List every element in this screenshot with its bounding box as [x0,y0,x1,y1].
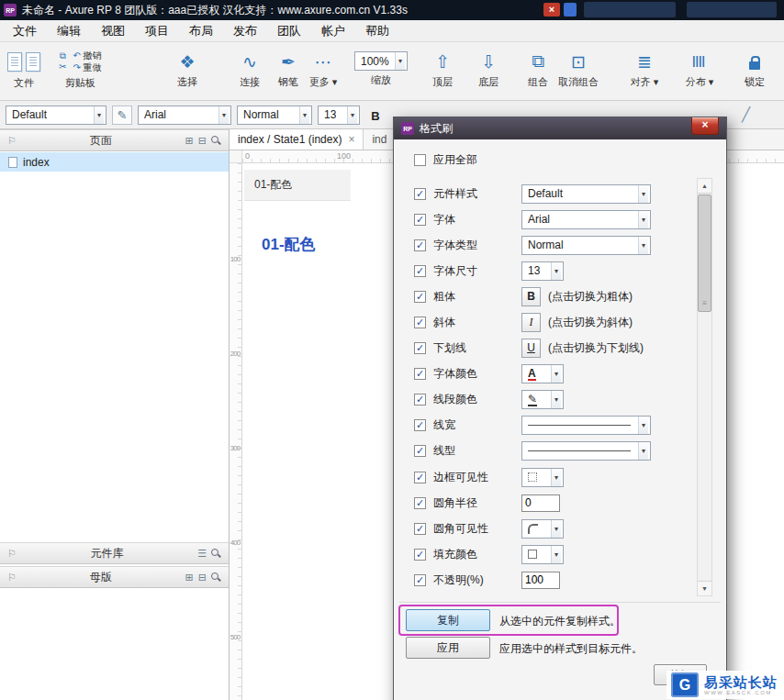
menu-发布[interactable]: 发布 [228,23,263,39]
add-master-icon[interactable]: ⊞ [185,572,194,583]
widget-style-select[interactable]: Default ▾ [6,106,106,125]
menu-编辑[interactable]: 编辑 [51,23,86,39]
row-checkbox[interactable]: ✓ [414,394,426,406]
toggle-b-button[interactable]: B [521,287,541,306]
menu-帐户[interactable]: 帐户 [316,23,351,39]
line-select[interactable]: ▾ [521,416,651,435]
chevron-down-icon: ▾ [299,106,309,124]
fill-color-select[interactable]: ▾ [521,545,564,564]
row-checkbox[interactable]: ✓ [414,188,426,200]
dialog-close-button[interactable]: × [691,117,719,135]
copy-button[interactable]: 复制 [406,609,490,631]
row-checkbox[interactable]: ✓ [414,445,426,457]
canvas-heading-widget[interactable]: 01-配色 [262,234,316,255]
toolbar-select-button[interactable]: ❖选择 [165,50,209,89]
copy-icon[interactable]: ⧉ [59,50,66,61]
toolbar-group-button[interactable]: ⧉组合 [516,50,560,89]
search-icon[interactable] [211,572,221,583]
dialog-scrollbar[interactable]: ▲ ≡ ▼ [697,178,712,596]
row-label: 下划线 [433,340,521,356]
cut-icon[interactable]: ✂ [59,61,66,72]
font-family-select[interactable]: Arial ▾ [138,106,231,125]
dialog-titlebar[interactable]: RP 格式刷 × [394,117,726,139]
toolbar-bottom-button[interactable]: ⇩底层 [466,50,510,89]
add-folder-icon[interactable]: ⊟ [198,572,207,583]
row-checkbox[interactable]: ✓ [414,523,426,535]
toolbar-distribute-button[interactable]: ≣分布 ▾ [678,50,722,89]
toggle-i-button[interactable]: I [521,313,541,332]
font-size-select[interactable]: 13 ▾ [318,106,360,125]
menu-项目[interactable]: 项目 [140,23,174,39]
search-icon[interactable] [211,136,221,146]
toolbar-ungroup-button[interactable]: ⊡取消组合 [556,50,600,89]
menu-视图[interactable]: 视图 [95,23,130,39]
apply-button[interactable]: 应用 [406,637,490,659]
line-select[interactable]: ▾ [521,441,651,461]
undo-button[interactable]: ↶ 撤销 [73,50,101,61]
toolbar-lock-button[interactable]: 锁定 [733,50,777,89]
add-page-icon[interactable]: ⊞ [185,135,194,147]
line-color-picker[interactable]: ✎▾ [521,390,564,409]
new-file-icon[interactable] [7,52,22,72]
file-group[interactable]: 文件 [7,50,40,90]
row-checkbox[interactable]: ✓ [414,419,426,431]
font-color-picker[interactable]: A▾ [521,364,564,383]
row-checkbox[interactable]: ✓ [414,497,426,509]
menu-帮助[interactable]: 帮助 [360,23,395,39]
row-input[interactable] [521,494,560,512]
canvas-label-widget[interactable]: 01-配色 [244,170,351,201]
row-control: ▾ [521,416,651,435]
toggle-u-button[interactable]: U [521,339,541,358]
toolbar-top-button[interactable]: ⇧顶层 [420,50,465,89]
copy-description: 从选中的元件复制样式。 [499,614,621,629]
tab-index-state1[interactable]: index / State1 (index) × [230,129,364,150]
border-visibility-select[interactable]: ▾ [521,468,564,487]
row-checkbox[interactable]: ✓ [414,368,426,380]
row-checkbox[interactable]: ✓ [414,317,426,328]
row-select[interactable]: Arial▾ [521,210,651,229]
add-folder-icon[interactable]: ⊟ [198,135,207,147]
zoom-select[interactable]: 100% ▾ [354,51,408,71]
clipboard-group[interactable]: ⧉ ✂ ↶ 撤销 ↷ 重做 剪贴板 [59,50,102,90]
tab-index-2[interactable]: ind [364,129,396,150]
row-checkbox[interactable]: ✓ [414,239,426,251]
menu-文件[interactable]: 文件 [7,23,42,39]
edit-style-icon[interactable]: ✎ [112,106,132,125]
menu-icon[interactable]: ☰ [197,548,207,560]
apply-all-checkbox[interactable] [414,154,426,166]
format-row: ✓斜体I(点击切换为斜体) [414,309,689,335]
line-color-icon[interactable]: ╱ [742,106,750,123]
window-close-button[interactable]: × [543,3,560,17]
row-checkbox[interactable]: ✓ [414,265,426,277]
row-select[interactable]: Default▾ [521,184,651,204]
menu-团队[interactable]: 团队 [272,23,307,39]
pen-color-icon: ✎ [528,394,537,406]
undo-icon: ↶ [73,50,80,61]
row-checkbox[interactable]: ✓ [414,549,426,561]
close-icon[interactable]: × [348,133,354,146]
row-select[interactable]: 13▾ [521,261,564,281]
scroll-up-icon[interactable]: ▲ [698,179,711,194]
row-checkbox[interactable]: ✓ [414,574,426,586]
open-file-icon[interactable] [26,52,40,72]
left-sidebar: ⚐ 页面 ⊞ ⊟ index ⚐ 元件库 ☰ ⚐ 母版 ⊞ ⊟ [0,129,230,700]
page-item-index[interactable]: index [0,152,229,172]
redo-icon: ↷ [73,62,80,72]
row-select[interactable]: Normal▾ [521,236,651,255]
redo-button[interactable]: ↷ 重做 [73,61,101,73]
scroll-down-icon[interactable]: ▼ [698,581,711,595]
row-checkbox[interactable]: ✓ [414,291,426,303]
toolbar-more-button[interactable]: ⋯更多 ▾ [301,50,345,89]
row-checkbox[interactable]: ✓ [414,214,426,226]
bold-button[interactable]: B [365,106,386,125]
search-icon[interactable] [211,549,221,559]
toolbar-connect-button[interactable]: ∿连接 [228,50,272,89]
row-input[interactable] [521,572,560,589]
row-checkbox[interactable]: ✓ [414,342,426,354]
row-checkbox[interactable]: ✓ [414,472,426,483]
corner-visibility-select[interactable]: ▾ [521,519,564,539]
menu-布局[interactable]: 布局 [184,23,218,39]
scrollbar-thumb[interactable]: ≡ [698,194,711,312]
toolbar-align-button[interactable]: ≣对齐 ▾ [622,50,666,89]
font-weight-select[interactable]: Normal ▾ [237,106,312,125]
